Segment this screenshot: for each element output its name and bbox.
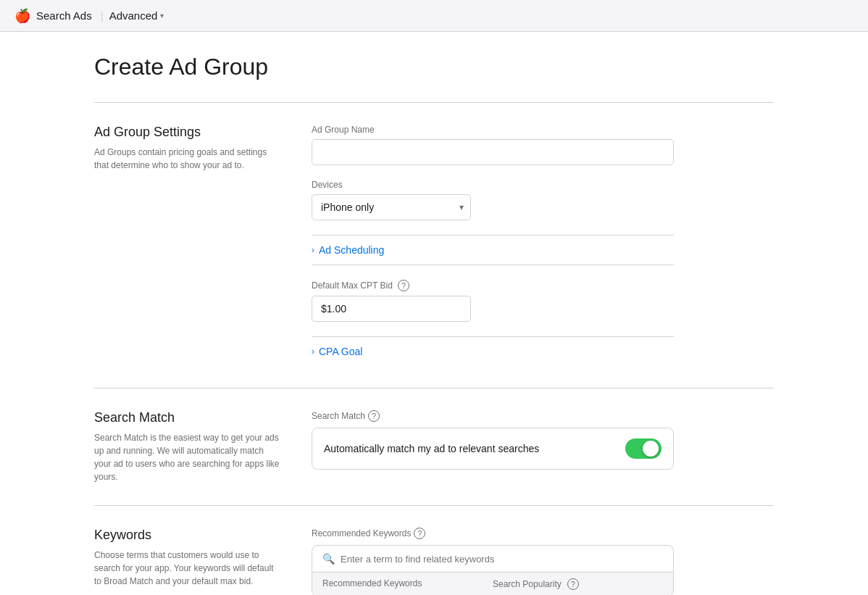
header-divider: | (101, 9, 104, 22)
toggle-slider (625, 438, 662, 459)
search-popularity-help-icon[interactable]: ? (567, 578, 579, 590)
section-divider-top (94, 102, 774, 103)
keywords-title: Keywords (94, 528, 283, 543)
recommended-keywords-help-icon[interactable]: ? (414, 528, 425, 539)
devices-label: Devices (312, 180, 674, 190)
search-match-title: Search Match (94, 410, 283, 425)
advanced-dropdown[interactable]: Advanced ▾ (109, 9, 164, 22)
advanced-label: Advanced (109, 9, 158, 22)
ad-scheduling-chevron-icon: › (312, 245, 314, 255)
search-match-left: Search Match Search Match is the easiest… (94, 410, 312, 483)
search-match-section: Search Match Search Match is the easiest… (94, 410, 774, 483)
ad-scheduling-row[interactable]: › Ad Scheduling (312, 235, 674, 265)
section-divider-keywords (94, 505, 774, 506)
ad-group-settings-desc: Ad Groups contain pricing goals and sett… (94, 146, 283, 172)
cpa-goal-label: CPA Goal (319, 346, 362, 357)
search-match-toggle-text: Automatically match my ad to relevant se… (324, 443, 539, 454)
keywords-section: Keywords Choose terms that customers wou… (94, 528, 774, 595)
search-match-toggle[interactable] (625, 438, 662, 459)
search-match-help-icon[interactable]: ? (368, 410, 380, 422)
default-max-cpt-input[interactable] (312, 296, 471, 322)
keywords-left: Keywords Choose terms that customers wou… (94, 528, 312, 595)
page-title: Create Ad Group (94, 54, 774, 80)
keywords-desc: Choose terms that customers would use to… (94, 549, 283, 588)
search-match-toggle-row: Automatically match my ad to relevant se… (312, 428, 674, 470)
ad-group-settings-title: Ad Group Settings (94, 125, 283, 140)
ad-group-name-group: Ad Group Name (312, 125, 674, 165)
devices-group: Devices iPhone only All eligible devices… (312, 180, 674, 220)
keywords-search-input[interactable] (341, 554, 663, 565)
ad-group-settings-left: Ad Group Settings Ad Groups contain pric… (94, 125, 312, 366)
apple-logo-icon: 🍎 (14, 8, 30, 24)
search-match-right: Search Match ? Automatically match my ad… (312, 410, 674, 483)
chevron-down-icon: ▾ (160, 12, 164, 20)
keywords-search-bar: 🔍 (312, 546, 673, 573)
devices-select[interactable]: iPhone only All eligible devices iPad on… (312, 194, 471, 220)
default-max-cpt-group: Default Max CPT Bid ? (312, 280, 674, 322)
col-search-popularity-header: Search Popularity ? (493, 578, 663, 590)
ad-group-name-label: Ad Group Name (312, 125, 674, 135)
ad-scheduling-label: Ad Scheduling (319, 244, 384, 256)
recommended-keywords-label: Recommended Keywords ? (312, 528, 674, 539)
col-recommended-header: Recommended Keywords (322, 578, 493, 590)
search-ads-label: Search Ads (36, 9, 92, 22)
cpa-goal-chevron-icon: › (312, 346, 314, 357)
default-max-cpt-label: Default Max CPT Bid ? (312, 280, 674, 291)
search-match-desc: Search Match is the easiest way to get y… (94, 431, 283, 483)
ad-group-name-input[interactable] (312, 139, 674, 165)
ad-group-settings-section: Ad Group Settings Ad Groups contain pric… (94, 125, 774, 366)
section-divider-search-match (94, 388, 774, 388)
cpa-goal-row[interactable]: › CPA Goal (312, 336, 674, 366)
search-match-label: Search Match ? (312, 410, 674, 422)
keywords-search-icon: 🔍 (322, 553, 335, 565)
app-header: 🍎 Search Ads | Advanced ▾ (0, 0, 868, 32)
keywords-table-header: Recommended Keywords Search Popularity ? (312, 573, 673, 595)
ad-group-settings-right: Ad Group Name Devices iPhone only All el… (312, 125, 674, 366)
devices-select-wrapper: iPhone only All eligible devices iPad on… (312, 194, 471, 220)
keywords-right: Recommended Keywords ? 🔍 Recommended Key… (312, 528, 674, 595)
keywords-search-wrapper: 🔍 Recommended Keywords Search Popularity… (312, 545, 674, 595)
main-content: Create Ad Group Ad Group Settings Ad Gro… (0, 32, 868, 595)
default-max-cpt-help-icon[interactable]: ? (398, 280, 409, 291)
